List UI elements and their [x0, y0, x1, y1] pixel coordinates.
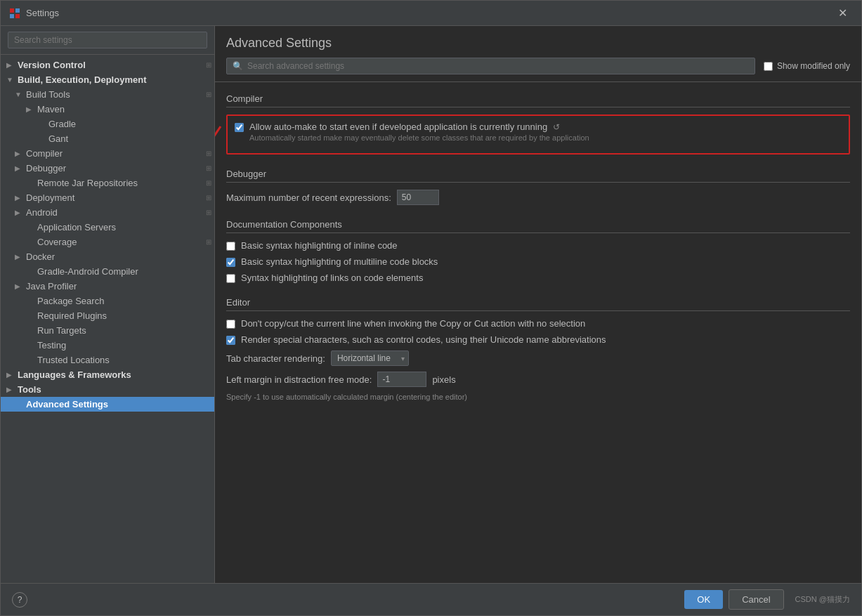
reset-icon[interactable]: ↺ — [553, 122, 560, 132]
sidebar-item-label: Remote Jar Repositories — [37, 178, 203, 188]
sidebar-item-label: Tools — [18, 384, 214, 395]
editor-section: Editor Don't copy/cut the current line w… — [226, 297, 850, 401]
show-modified-label[interactable]: Show modified only — [764, 61, 850, 71]
no-copy-row: Don't copy/cut the current line when inv… — [226, 318, 850, 329]
chevron-icon: ▶ — [15, 209, 23, 216]
compiler-section-title: Compiler — [226, 93, 850, 107]
window-title: Settings — [26, 8, 832, 18]
show-modified-checkbox[interactable] — [764, 62, 773, 71]
app-icon — [9, 8, 20, 19]
tab-rendering-select-wrap: Horizontal line Arrow None — [331, 350, 409, 366]
pin-icon: ⊞ — [206, 164, 211, 172]
sidebar-item-coverage[interactable]: Coverage ⊞ — [1, 235, 214, 249]
chevron-icon: ▶ — [26, 105, 34, 113]
left-margin-desc: Specify -1 to use automatically calculat… — [226, 393, 850, 401]
sidebar-item-package-search[interactable]: Package Search — [1, 294, 214, 308]
sidebar-item-label: Build Tools — [26, 89, 203, 100]
automake-label: Allow auto-make to start even if develop… — [249, 122, 589, 132]
sidebar-item-deployment[interactable]: ▶ Deployment ⊞ — [1, 190, 214, 205]
syntax-links-checkbox[interactable] — [226, 274, 235, 283]
sidebar-item-label: Languages & Frameworks — [18, 369, 214, 380]
sidebar-item-gant[interactable]: Gant — [1, 131, 214, 146]
sidebar-search-input[interactable] — [8, 32, 207, 48]
pin-icon: ⊞ — [206, 91, 211, 98]
ok-button[interactable]: OK — [684, 590, 723, 609]
render-special-row: Render special characters, such as contr… — [226, 334, 850, 345]
sidebar-item-label: Compiler — [26, 148, 203, 159]
sidebar-item-required-plugins[interactable]: Required Plugins — [1, 308, 214, 323]
sidebar-item-run-targets[interactable]: Run Targets — [1, 323, 214, 338]
sidebar-item-compiler[interactable]: ▶ Compiler ⊞ — [1, 146, 214, 161]
sidebar-item-label: Trusted Locations — [37, 355, 214, 365]
sidebar-item-gradle[interactable]: Gradle — [1, 117, 214, 131]
sidebar-item-label: Testing — [37, 340, 214, 350]
main-content: ▶ Version Control ⊞ ▼ Build, Execution, … — [1, 26, 861, 583]
search-input-wrap: 🔍 — [226, 58, 755, 74]
pin-icon: ⊞ — [206, 61, 211, 69]
tab-rendering-select[interactable]: Horizontal line Arrow None — [331, 350, 409, 366]
pin-icon: ⊞ — [206, 150, 211, 157]
svg-rect-0 — [10, 8, 14, 13]
render-special-checkbox[interactable] — [226, 336, 235, 345]
documentation-section-title: Documentation Components — [226, 219, 850, 233]
pin-icon: ⊞ — [206, 238, 211, 246]
sidebar-item-label: Run Targets — [37, 325, 214, 336]
close-button[interactable]: ✕ — [832, 4, 853, 22]
sidebar-item-application-servers[interactable]: Application Servers — [1, 220, 214, 235]
basic-syntax-inline-checkbox[interactable] — [226, 242, 235, 251]
red-arrow-indicator — [215, 123, 228, 167]
panel-title: Advanced Settings — [226, 36, 850, 51]
sidebar-item-testing[interactable]: Testing — [1, 338, 214, 353]
syntax-links-label: Syntax highlighting of links on code ele… — [241, 273, 423, 283]
search-input[interactable] — [247, 61, 749, 71]
debugger-section: Debugger Maximum number of recent expres… — [226, 169, 850, 205]
pin-icon: ⊞ — [206, 209, 211, 216]
max-expressions-row: Maximum number of recent expressions: — [226, 190, 850, 205]
max-expressions-input[interactable] — [397, 190, 439, 205]
bottom-bar: ? OK Cancel CSDN @猫摸力 — [1, 583, 861, 615]
chevron-icon: ▶ — [15, 150, 23, 157]
chevron-icon: ▶ — [6, 371, 15, 379]
search-icon: 🔍 — [233, 61, 243, 71]
sidebar-item-label: Package Search — [37, 296, 214, 306]
automake-content: Allow auto-make to start even if develop… — [249, 122, 589, 142]
bottom-right: OK Cancel CSDN @猫摸力 — [684, 589, 850, 610]
sidebar-item-docker[interactable]: ▶ Docker — [1, 249, 214, 264]
sidebar-item-trusted-locations[interactable]: Trusted Locations — [1, 353, 214, 367]
sidebar-item-label: Gradle — [48, 119, 214, 129]
main-panel: Advanced Settings 🔍 Show modified only C… — [215, 26, 861, 583]
sidebar-item-advanced-settings[interactable]: Advanced Settings — [1, 397, 214, 412]
pin-icon: ⊞ — [206, 179, 211, 187]
render-special-label: Render special characters, such as contr… — [241, 334, 606, 345]
no-copy-checkbox[interactable] — [226, 320, 235, 329]
chevron-icon: ▶ — [15, 282, 23, 290]
sidebar-item-label: Android — [26, 207, 203, 218]
sidebar-item-label: Required Plugins — [37, 310, 214, 321]
sidebar-item-remote-jar[interactable]: Remote Jar Repositories ⊞ — [1, 176, 214, 190]
cancel-button[interactable]: Cancel — [729, 589, 783, 610]
chevron-icon: ▼ — [15, 91, 23, 98]
sidebar-item-maven[interactable]: ▶ Maven — [1, 102, 214, 117]
left-margin-label: Left margin in distraction free mode: — [226, 374, 372, 385]
basic-syntax-multiline-checkbox[interactable] — [226, 258, 235, 267]
sidebar-item-android[interactable]: ▶ Android ⊞ — [1, 205, 214, 220]
sidebar-item-build-execution[interactable]: ▼ Build, Execution, Deployment — [1, 72, 214, 87]
help-button[interactable]: ? — [12, 592, 27, 608]
chevron-icon: ▶ — [6, 386, 15, 393]
sidebar-item-build-tools[interactable]: ▼ Build Tools ⊞ — [1, 87, 214, 102]
panel-content: Compiler — [215, 82, 861, 583]
sidebar-item-label: Version Control — [18, 60, 203, 70]
sidebar-item-tools[interactable]: ▶ Tools — [1, 382, 214, 397]
tab-rendering-row: Tab character rendering: Horizontal line… — [226, 350, 850, 366]
sidebar-item-gradle-android[interactable]: Gradle-Android Compiler — [1, 264, 214, 279]
sidebar-item-java-profiler[interactable]: ▶ Java Profiler — [1, 279, 214, 294]
automake-checkbox[interactable] — [235, 123, 244, 132]
sidebar-item-label: Gradle-Android Compiler — [37, 266, 214, 277]
sidebar-item-languages[interactable]: ▶ Languages & Frameworks — [1, 367, 214, 382]
left-margin-suffix: pixels — [432, 374, 455, 385]
left-margin-input[interactable] — [377, 372, 426, 387]
sidebar-item-label: Deployment — [26, 192, 203, 203]
sidebar-item-version-control[interactable]: ▶ Version Control ⊞ — [1, 58, 214, 72]
search-bar: 🔍 Show modified only — [226, 58, 850, 74]
sidebar-item-debugger[interactable]: ▶ Debugger ⊞ — [1, 161, 214, 176]
